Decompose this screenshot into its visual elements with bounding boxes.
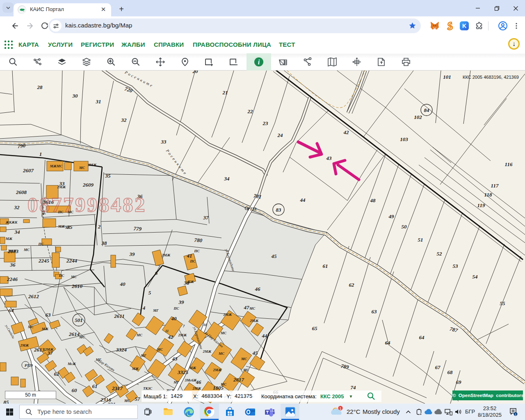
svg-text:2608: 2608 xyxy=(16,189,27,195)
svg-text:74: 74 xyxy=(351,384,356,390)
svg-text:101: 101 xyxy=(443,74,451,80)
svg-text:46: 46 xyxy=(255,286,261,292)
svg-text:52: 52 xyxy=(437,251,443,257)
svg-text:34: 34 xyxy=(224,176,230,182)
svg-text:2610: 2610 xyxy=(71,283,83,289)
svg-text:2МЖ: 2МЖ xyxy=(57,185,66,189)
svg-text:2612: 2612 xyxy=(28,293,39,299)
svg-text:3МсбЖ: 3МсбЖ xyxy=(184,378,197,382)
svg-text:43: 43 xyxy=(326,155,332,161)
svg-text:32: 32 xyxy=(121,117,127,123)
svg-text:68: 68 xyxy=(447,369,453,375)
svg-text:МС: МС xyxy=(157,347,163,352)
svg-text:МГ: МГ xyxy=(140,354,146,358)
svg-text:2611: 2611 xyxy=(114,313,124,319)
svg-text:103: 103 xyxy=(400,136,408,142)
svg-text:32: 32 xyxy=(14,204,20,210)
svg-text:501: 501 xyxy=(75,317,83,323)
svg-text:47: 47 xyxy=(244,304,250,310)
svg-text:2МЖ: 2МЖ xyxy=(178,333,187,337)
svg-text:40: 40 xyxy=(120,281,126,287)
svg-text:МС: МС xyxy=(136,333,143,337)
svg-text:2МЖ: 2МЖ xyxy=(192,386,202,390)
svg-text:МЖ: МЖ xyxy=(5,237,13,241)
svg-text:39: 39 xyxy=(178,299,185,305)
svg-text:3324: 3324 xyxy=(116,347,127,353)
svg-text:2МЖ: 2МЖ xyxy=(8,249,17,253)
svg-text:61: 61 xyxy=(92,383,98,389)
svg-text:МС: МС xyxy=(27,325,34,329)
svg-text:2609: 2609 xyxy=(82,182,94,188)
svg-text:10: 10 xyxy=(203,323,208,327)
svg-text:60: 60 xyxy=(72,387,78,393)
svg-text:64: 64 xyxy=(419,334,425,340)
svg-text:69: 69 xyxy=(456,379,462,385)
svg-text:85: 85 xyxy=(4,399,9,404)
svg-text:ПС: ПС xyxy=(194,249,200,253)
svg-text:1: 1 xyxy=(515,413,517,416)
svg-text:МЖ: МЖ xyxy=(132,367,139,371)
svg-text:49: 49 xyxy=(388,213,395,219)
svg-text:37: 37 xyxy=(203,215,209,221)
svg-text:1: 1 xyxy=(339,406,341,411)
svg-text:28: 28 xyxy=(37,84,43,90)
svg-text:30: 30 xyxy=(72,93,78,99)
svg-text:4: 4 xyxy=(142,305,146,311)
svg-text:МЖМС: МЖМС xyxy=(50,164,63,168)
svg-text:63: 63 xyxy=(46,312,51,318)
svg-text:23: 23 xyxy=(262,120,269,126)
svg-text:2317: 2317 xyxy=(112,385,123,391)
svg-text:65: 65 xyxy=(312,325,318,331)
svg-text:63: 63 xyxy=(372,308,377,315)
svg-text:41: 41 xyxy=(187,253,192,259)
svg-text:2613: 2613 xyxy=(34,347,45,353)
svg-text:83: 83 xyxy=(276,207,282,213)
svg-text:0877998482: 0877998482 xyxy=(27,193,146,216)
svg-text:43: 43 xyxy=(172,356,178,362)
svg-text:44: 44 xyxy=(300,197,306,203)
svg-text:ПС: ПС xyxy=(173,306,179,310)
svg-text:ПС: ПС xyxy=(189,259,196,263)
svg-text:20: 20 xyxy=(192,71,199,74)
svg-text:ПС: ПС xyxy=(58,274,64,278)
svg-text:МЖ: МЖ xyxy=(189,366,196,370)
svg-text:1: 1 xyxy=(39,151,42,157)
svg-text:6: 6 xyxy=(155,270,158,276)
svg-text:i: i xyxy=(258,59,260,66)
svg-text:2МЖ: 2МЖ xyxy=(250,319,259,323)
svg-text:117: 117 xyxy=(491,183,499,189)
svg-text:116: 116 xyxy=(505,161,513,167)
svg-text:2МЖ: 2МЖ xyxy=(213,368,222,372)
svg-text:2МЖ: 2МЖ xyxy=(203,349,212,354)
svg-text:21: 21 xyxy=(222,89,228,96)
svg-text:55: 55 xyxy=(500,300,506,306)
svg-text:МС: МС xyxy=(220,331,227,335)
svg-text:11: 11 xyxy=(165,329,169,333)
svg-text:5: 5 xyxy=(148,290,151,296)
svg-text:57: 57 xyxy=(135,396,141,402)
svg-text:2614: 2614 xyxy=(68,331,80,337)
svg-text:36: 36 xyxy=(10,262,16,268)
svg-text:2МЖ: 2МЖ xyxy=(20,343,30,347)
svg-text:МС: МС xyxy=(241,357,247,361)
svg-text:42: 42 xyxy=(168,334,174,340)
svg-text:780: 780 xyxy=(194,237,203,244)
svg-text:42: 42 xyxy=(343,129,349,135)
svg-text:МС: МС xyxy=(218,352,225,356)
svg-text:МС: МС xyxy=(79,335,85,339)
svg-text:2МЖ: 2МЖ xyxy=(223,313,233,317)
svg-text:84: 84 xyxy=(424,107,430,113)
svg-text:ПС: ПС xyxy=(38,242,44,246)
svg-text:48: 48 xyxy=(370,197,376,203)
svg-text:790: 790 xyxy=(17,142,26,150)
svg-text:МС: МС xyxy=(243,368,249,372)
svg-text:50: 50 xyxy=(402,224,407,230)
svg-text:3МЖ: 3МЖ xyxy=(88,163,97,167)
svg-text:МЖ: МЖ xyxy=(41,327,49,331)
svg-text:61: 61 xyxy=(323,263,328,269)
svg-text:ЖКЖК: ЖКЖК xyxy=(5,220,18,224)
svg-text:ККС 2005 4683196, 421369: ККС 2005 4683196, 421369 xyxy=(463,75,519,80)
svg-text:779: 779 xyxy=(133,225,142,232)
svg-text:24: 24 xyxy=(277,132,283,138)
svg-text:МС: МС xyxy=(220,382,227,386)
